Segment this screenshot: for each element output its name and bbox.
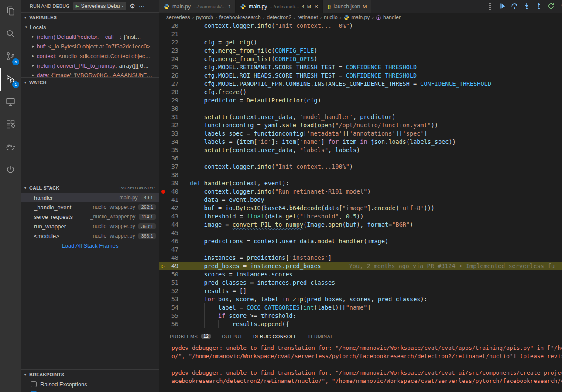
- step-out-icon[interactable]: [535, 2, 543, 10]
- gutter-glyph[interactable]: [159, 47, 167, 55]
- gutter-glyph[interactable]: [159, 130, 167, 138]
- breakpoint-item[interactable]: Raised Exceptions: [21, 379, 159, 389]
- gutter-glyph[interactable]: [159, 171, 167, 179]
- code-line[interactable]: 25 cfg.MODEL.RETINANET.SCORE_THRESH_TEST…: [159, 63, 562, 72]
- code-line[interactable]: 23 cfg.merge_from_file(CONFIG_FILE): [159, 47, 562, 55]
- code-line[interactable]: 56 results.append({: [159, 320, 562, 328]
- code-line[interactable]: 52 results = []: [159, 287, 562, 295]
- disconnect-icon[interactable]: [559, 2, 562, 10]
- breadcrumb-item[interactable]: nuclio: [324, 14, 337, 20]
- tab-launch-json[interactable]: {}launch.jsonM: [323, 0, 371, 13]
- gutter-glyph[interactable]: [159, 163, 167, 171]
- panel-tab-debug-console[interactable]: DEBUG CONSOLE: [248, 330, 302, 343]
- code-line[interactable]: 55 if score >= threshold:: [159, 312, 562, 320]
- gutter-glyph[interactable]: [159, 212, 167, 221]
- breakpoint-item[interactable]: ✓Uncaught Exceptions: [21, 389, 159, 392]
- variables-scope-locals[interactable]: ▾Locals: [21, 22, 159, 32]
- code-line[interactable]: 26 cfg.MODEL.ROI_HEADS.SCORE_THRESH_TEST…: [159, 72, 562, 80]
- code-line[interactable]: 32 functionconfig = yaml.safe_load(open(…: [159, 121, 562, 130]
- code-line[interactable]: 36: [159, 154, 562, 163]
- code-line[interactable]: 40 context.logger.info("Run retinanet-R1…: [159, 187, 562, 196]
- load-all-stack-frames-link[interactable]: Load All Stack Frames: [21, 241, 159, 250]
- gutter-glyph[interactable]: [159, 113, 167, 121]
- code-line[interactable]: 31 setattr(context.user_data, 'model_han…: [159, 113, 562, 121]
- gutter-glyph[interactable]: [159, 72, 167, 80]
- gutter-glyph[interactable]: [159, 295, 167, 303]
- activity-item-source-control[interactable]: 8: [0, 45, 21, 68]
- code-line[interactable]: 37 context.logger.info("Init context...1…: [159, 163, 562, 171]
- gutter-glyph[interactable]: [159, 55, 167, 63]
- code-line[interactable]: 22 cfg = get_cfg(): [159, 38, 562, 47]
- gutter-glyph[interactable]: [159, 245, 167, 254]
- activity-item-run-and-debug[interactable]: 1: [0, 68, 21, 91]
- tab-main-py[interactable]: main.py.../siammask/...1: [159, 0, 236, 13]
- gutter-glyph[interactable]: [159, 196, 167, 204]
- code-line[interactable]: 43 threshold = float(data.get("threshold…: [159, 212, 562, 221]
- debug-config-dropdown[interactable]: ▶ Serverless Debu ▾: [73, 2, 127, 10]
- breakpoints-header[interactable]: ▾ BREAKPOINTS: [21, 370, 159, 379]
- gutter-glyph[interactable]: [159, 88, 167, 96]
- variable-item[interactable]: ▸(return) DefaultPredictor.__call__:{'in…: [21, 32, 159, 41]
- code-line[interactable]: 33 labels_spec = functionconfig['metadat…: [159, 130, 562, 138]
- breadcrumb-item[interactable]: pytorch: [196, 14, 213, 20]
- code-line[interactable]: 53 for box, score, label in zip(pred_box…: [159, 295, 562, 303]
- gutter-glyph[interactable]: [159, 320, 167, 328]
- restart-icon[interactable]: [547, 2, 555, 10]
- gutter-glyph[interactable]: [159, 237, 167, 245]
- step-into-icon[interactable]: [523, 2, 531, 10]
- gutter-glyph[interactable]: [159, 63, 167, 72]
- code-line[interactable]: 51 pred_classes = instances.pred_classes: [159, 279, 562, 287]
- code-line[interactable]: 45: [159, 229, 562, 237]
- gutter-glyph[interactable]: [159, 229, 167, 237]
- gutter-glyph[interactable]: [159, 279, 167, 287]
- code-line[interactable]: 35 setattr(context.user_data, "labels", …: [159, 146, 562, 154]
- gutter-glyph[interactable]: [159, 221, 167, 229]
- stack-frame[interactable]: _handle_event_nuclio_wrapper.py262:1: [21, 202, 159, 212]
- code-line[interactable]: 30: [159, 105, 562, 113]
- activity-item-docker[interactable]: [0, 136, 21, 159]
- gutter-glyph[interactable]: [159, 179, 167, 187]
- breadcrumb-item[interactable]: serverless: [166, 14, 190, 20]
- breadcrumb-item[interactable]: retinanet: [298, 14, 318, 20]
- gutter-glyph[interactable]: [159, 154, 167, 163]
- stack-frame[interactable]: handlermain.py49:1: [21, 193, 159, 202]
- activity-item-search[interactable]: [0, 23, 21, 45]
- code-line[interactable]: 47: [159, 245, 562, 254]
- code-line[interactable]: 48 instances = predictions['instances']: [159, 254, 562, 262]
- close-icon[interactable]: ×: [315, 3, 318, 10]
- gutter-glyph[interactable]: [159, 312, 167, 320]
- tab-main-py[interactable]: main.py.../retinanet/...4, M×: [236, 0, 323, 13]
- gutter-glyph[interactable]: [159, 138, 167, 146]
- code-line[interactable]: 24 cfg.merge_from_list(CONFIG_OPTS): [159, 55, 562, 63]
- panel-tab-terminal[interactable]: TERMINAL: [302, 330, 339, 343]
- variable-item[interactable]: ▸context:<nuclio_sdk.context.Context obj…: [21, 51, 159, 61]
- debug-console[interactable]: pydev debugger: unable to find translati…: [159, 343, 562, 392]
- gutter-glyph[interactable]: [159, 105, 167, 113]
- code-line[interactable]: 46 predictions = context.user_data.model…: [159, 237, 562, 245]
- start-debug-icon[interactable]: ▶: [76, 4, 79, 8]
- gutter-glyph[interactable]: ▷: [159, 262, 167, 270]
- breadcrumb-item[interactable]: detectron2: [267, 14, 291, 20]
- code-line[interactable]: 28 cfg.freeze(): [159, 88, 562, 96]
- code-line[interactable]: 41 data = event.body: [159, 196, 562, 204]
- breadcrumb-item[interactable]: handler: [376, 14, 401, 20]
- code-line[interactable]: 21: [159, 30, 562, 38]
- code-line[interactable]: 39def handler(context, event):: [159, 179, 562, 187]
- stack-frame[interactable]: serve_requests_nuclio_wrapper.py114:1: [21, 212, 159, 222]
- code-line[interactable]: 50 scores = instances.scores: [159, 270, 562, 279]
- code-line[interactable]: 29 predictor = DefaultPredictor(cfg): [159, 96, 562, 105]
- gutter-glyph[interactable]: [159, 204, 167, 212]
- code-line[interactable]: 27 cfg.MODEL.PANOPTIC_FPN.COMBINE.INSTAN…: [159, 80, 562, 88]
- code-line[interactable]: 44 image = convert_PIL_to_numpy(Image.op…: [159, 221, 562, 229]
- variables-header[interactable]: ▾ VARIABLES: [21, 13, 159, 22]
- breadcrumb-item[interactable]: facebookresearch: [219, 14, 260, 20]
- watch-header[interactable]: ▾ WATCH: [21, 78, 159, 87]
- panel-tab-problems[interactable]: PROBLEMS12: [164, 330, 216, 343]
- gutter-glyph[interactable]: [159, 121, 167, 130]
- checkbox[interactable]: [31, 381, 37, 387]
- activity-item-remote-explorer[interactable]: [0, 91, 21, 113]
- stack-frame[interactable]: run_wrapper_nuclio_wrapper.py360:1: [21, 222, 159, 231]
- activity-item-explorer[interactable]: [0, 0, 21, 23]
- variable-item[interactable]: ▸(return) convert_PIL_to_numpy:array([[[…: [21, 61, 159, 70]
- more-actions-icon[interactable]: ⋯: [139, 3, 145, 10]
